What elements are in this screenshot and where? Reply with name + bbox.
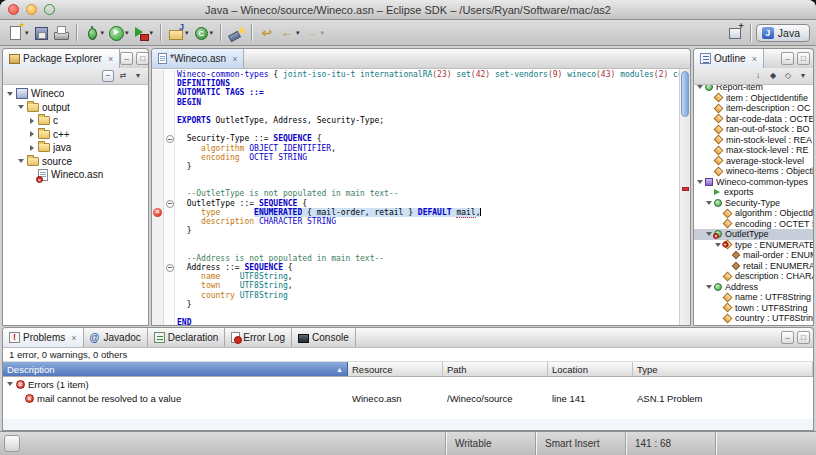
outline-item[interactable]: min-stock-level : REA — [694, 135, 813, 146]
disclosure-open-icon[interactable] — [705, 201, 713, 205]
print-button[interactable] — [51, 22, 71, 44]
disclosure-open-icon[interactable] — [5, 92, 15, 96]
code-text[interactable]: encoding OCTET STRING — [175, 153, 307, 162]
package-explorer-tab[interactable]: Package Explorer × — [3, 49, 120, 68]
disclosure-open-icon[interactable] — [16, 159, 26, 163]
dropdown-arrow-icon[interactable]: ▾ — [25, 29, 29, 37]
code-text[interactable]: name UTF8String, — [175, 272, 293, 281]
title-bar[interactable]: Java – Wineco/source/Wineco.asn – Eclips… — [0, 0, 816, 20]
fast-view-button[interactable] — [4, 435, 20, 452]
code-text[interactable]: END — [175, 318, 191, 325]
dropdown-arrow-icon[interactable]: ▾ — [101, 29, 105, 37]
outline-item[interactable]: encoding : OCTET ST — [694, 219, 813, 230]
code-text[interactable]: DEFINITIONS — [175, 79, 230, 88]
close-tab-icon[interactable]: × — [71, 333, 76, 343]
forward-button[interactable]: ▾ — [302, 22, 327, 44]
outline-tab[interactable]: Outline × — [694, 49, 764, 68]
outline-view-menu-button[interactable]: ▾ — [797, 70, 809, 82]
outline-item[interactable]: retail : ENUMERAT — [694, 261, 813, 272]
code-text[interactable]: Wineco-common-types { joint-iso-itu-t in… — [175, 70, 679, 79]
outline-item[interactable]: bar-code-data : OCTE — [694, 114, 813, 125]
code-text[interactable]: country UTF8String — [175, 291, 288, 300]
outline-item[interactable]: max-stock-level : RE — [694, 145, 813, 156]
outline-item[interactable]: ×type : ENUMERATED — [694, 240, 813, 251]
dropdown-arrow-icon[interactable]: ▾ — [150, 29, 154, 37]
maximize-view-button[interactable]: □ — [136, 52, 149, 65]
minimize-view-button[interactable]: – — [120, 52, 133, 65]
java-perspective-button[interactable]: Java — [756, 24, 810, 42]
sort-button[interactable]: ↓ — [752, 70, 764, 82]
tab-problems[interactable]: Problems× — [3, 328, 84, 347]
expanded-arrow-icon[interactable] — [7, 382, 13, 386]
zoom-window-button[interactable] — [44, 4, 55, 15]
code-text[interactable]: } — [175, 162, 191, 171]
tab-error-log[interactable]: Error Log — [225, 328, 292, 347]
tab-declaration[interactable]: Declaration — [148, 328, 226, 347]
code-text[interactable]: AUTOMATIC TAGS ::= — [175, 88, 264, 97]
editor-scrollbar-thumb[interactable] — [681, 71, 689, 117]
outline-item[interactable]: mail-order : ENUM — [694, 250, 813, 261]
link-with-editor-button[interactable]: ⇄ — [117, 70, 129, 82]
save-button[interactable] — [31, 22, 51, 44]
disclosure-open-icon[interactable] — [16, 105, 26, 109]
close-view-icon[interactable]: × — [108, 54, 113, 64]
debug-button[interactable]: ▾ — [82, 22, 107, 44]
back-button[interactable]: ▾ — [277, 22, 302, 44]
outline-item[interactable]: wineco-items : Objectl — [694, 166, 813, 177]
disclosure-open-icon[interactable] — [696, 180, 704, 184]
close-editor-icon[interactable]: × — [232, 54, 237, 64]
column-header-path[interactable]: Path — [443, 362, 548, 376]
outline-item[interactable]: Address — [694, 282, 813, 293]
open-perspective-button[interactable] — [725, 22, 745, 44]
outline-item[interactable]: description : CHARA — [694, 271, 813, 282]
close-view-icon[interactable]: × — [752, 54, 757, 64]
code-text[interactable]: --OutletType is not populated in main te… — [175, 189, 399, 198]
last-edit-location-button[interactable] — [257, 22, 277, 44]
dropdown-arrow-icon[interactable]: ▾ — [210, 29, 214, 37]
column-header-location[interactable]: Location — [548, 362, 633, 376]
new-java-class-button[interactable]: ▾ — [191, 22, 216, 44]
outline-item[interactable]: Security-Type — [694, 198, 813, 209]
problems-row[interactable]: ×Errors (1 item) — [3, 377, 813, 391]
external-tools-button[interactable]: ▾ — [131, 22, 156, 44]
hide-fields-button[interactable]: ◆ — [767, 70, 779, 82]
code-text[interactable]: BEGIN — [175, 98, 201, 107]
code-text[interactable]: Security-Type ::= SEQUENCE { — [175, 134, 322, 143]
dropdown-arrow-icon[interactable]: ▾ — [185, 29, 189, 37]
code-text[interactable]: OutletType ::= SEQUENCE { — [175, 199, 307, 208]
code-text[interactable]: description CHARACTER STRING — [175, 217, 336, 226]
outline-item[interactable]: exports — [694, 187, 813, 198]
outline-item[interactable]: ran-out-of-stock : BO — [694, 124, 813, 135]
dropdown-arrow-icon[interactable]: ▾ — [321, 29, 325, 37]
outline-item[interactable]: country : UTF8String — [694, 313, 813, 324]
minimize-view-button[interactable]: – — [781, 331, 794, 344]
tree-item[interactable]: Wineco — [3, 87, 148, 101]
run-button[interactable]: ▾ — [106, 22, 131, 44]
minimize-window-button[interactable] — [26, 4, 37, 15]
error-marker-icon[interactable] — [152, 208, 164, 217]
disclosure-closed-icon[interactable] — [27, 131, 37, 137]
code-text[interactable]: } — [175, 300, 191, 309]
disclosure-open-icon[interactable] — [696, 85, 704, 89]
problems-row[interactable]: ×mail cannot be resolved to a valueWinec… — [3, 391, 813, 405]
tree-item[interactable]: ×Wineco.asn — [3, 168, 148, 182]
disclosure-open-icon[interactable] — [714, 243, 722, 247]
code-text[interactable]: type ENUMERATED { mail-order, retail } D… — [175, 208, 481, 217]
code-text[interactable]: Address ::= SEQUENCE { — [175, 263, 293, 272]
column-header-type[interactable]: Type — [633, 362, 813, 376]
fold-collapse-icon[interactable] — [164, 263, 175, 272]
editor-tab-wineco-asn[interactable]: *Wineco.asn × — [152, 49, 244, 68]
code-text[interactable]: algorithm OBJECT IDENTIFIER, — [175, 144, 336, 153]
collapse-all-button[interactable]: − — [102, 70, 114, 82]
disclosure-closed-icon[interactable] — [27, 145, 37, 151]
code-text[interactable]: } — [175, 226, 191, 235]
tab-console[interactable]: Console — [292, 328, 356, 347]
outline-item[interactable]: average-stock-level — [694, 156, 813, 167]
column-header-resource[interactable]: Resource — [348, 362, 443, 376]
fold-collapse-icon[interactable] — [164, 134, 175, 143]
tree-item[interactable]: c — [3, 114, 148, 128]
outline-item[interactable]: Report-item — [694, 84, 813, 93]
minimize-view-button[interactable]: – — [781, 52, 794, 65]
disclosure-open-icon[interactable] — [705, 285, 713, 289]
outline-item[interactable]: town : UTF8String — [694, 303, 813, 314]
